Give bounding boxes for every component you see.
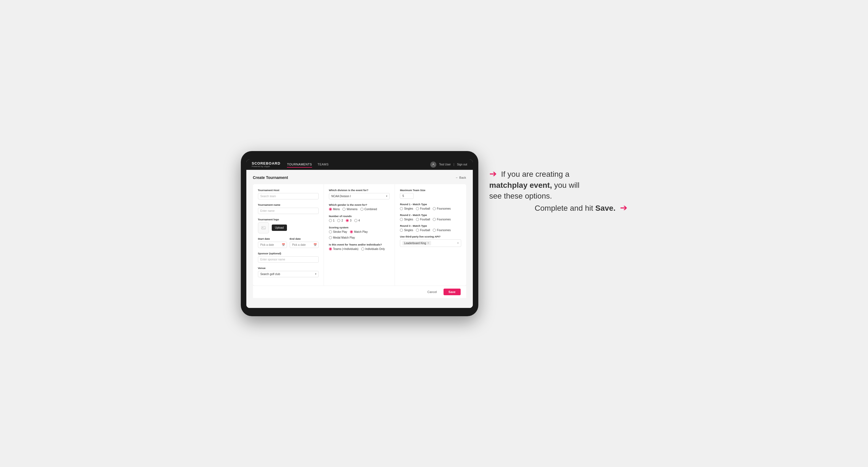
page-header: Create Tournament ← Back (253, 175, 466, 180)
round1-fourball[interactable]: Fourball (416, 207, 430, 210)
start-date-input[interactable] (258, 242, 287, 248)
round3-foursomes[interactable]: Foursomes (433, 229, 451, 232)
venue-label: Venue (258, 267, 319, 270)
end-date-input[interactable] (290, 242, 319, 248)
gender-combined-label: Combined (365, 208, 377, 211)
round1-foursomes[interactable]: Foursomes (433, 207, 451, 210)
annotation-top: ➔ If you are creating a matchplay event,… (489, 168, 583, 201)
rounds-2[interactable]: 2 (337, 219, 343, 222)
individuals-radio[interactable] (361, 247, 364, 250)
venue-select-wrapper: Search golf club (258, 271, 319, 277)
nav-teams[interactable]: TEAMS (318, 161, 329, 168)
round3-match-type-group: Singles Fourball Foursomes (400, 229, 461, 232)
start-date-wrapper: 📅 (258, 242, 287, 248)
rounds-3[interactable]: 3 (346, 219, 351, 222)
rounds-4-radio[interactable] (354, 219, 358, 222)
venue-select[interactable]: Search golf club (258, 271, 319, 277)
scoring-medal-label: Medal Match Play (333, 236, 355, 239)
sponsor-label: Sponsor (optional) (258, 252, 319, 255)
round2-singles-radio[interactable] (400, 218, 403, 221)
rounds-1-radio[interactable] (329, 219, 332, 222)
arrow-bottom-icon: ➔ (620, 203, 627, 213)
round1-fourball-radio[interactable] (416, 207, 419, 210)
venue-section: Venue Search golf club (258, 267, 319, 277)
gender-combined[interactable]: Combined (361, 208, 377, 211)
max-team-size-section: Maximum Team Size (400, 189, 461, 199)
round1-singles[interactable]: Singles (400, 207, 413, 210)
third-party-select[interactable]: Leaderboard King ✕ ▾ (400, 240, 461, 247)
tournament-host-input[interactable] (258, 193, 319, 199)
rounds-1[interactable]: 1 (329, 219, 335, 222)
gender-womens-radio[interactable] (342, 208, 345, 211)
tournament-host-section: Tournament Host (258, 189, 319, 199)
page-title: Create Tournament (253, 175, 288, 180)
tournament-logo-label: Tournament logo (258, 218, 319, 221)
cancel-button[interactable]: Cancel (424, 289, 441, 295)
round2-foursomes[interactable]: Foursomes (433, 218, 451, 221)
max-team-size-input[interactable] (400, 193, 414, 199)
round2-singles[interactable]: Singles (400, 218, 413, 221)
tournament-host-label: Tournament Host (258, 189, 319, 192)
teams-label: Is this event for Teams and/or Individua… (329, 243, 390, 246)
scoring-stroke[interactable]: Stroke Play (329, 230, 347, 234)
lk-select-arrow-icon: ▾ (457, 242, 459, 244)
start-date-field: Start date 📅 (258, 237, 287, 248)
back-button[interactable]: ← Back (456, 176, 466, 179)
scoring-medal[interactable]: Medal Match Play (329, 236, 355, 239)
scoring-medal-radio[interactable] (329, 236, 332, 239)
round1-match-type-section: Round 1 - Match Type Singles Fourball (400, 203, 461, 210)
rounds-2-label: 2 (341, 219, 343, 222)
lk-tag-close-icon[interactable]: ✕ (427, 242, 429, 244)
teams-radio[interactable] (329, 247, 332, 250)
tournament-name-input[interactable] (258, 208, 319, 214)
nav-right: Test User | Sign out (430, 161, 467, 168)
gender-womens[interactable]: Womens (342, 208, 358, 211)
round2-fourball-radio[interactable] (416, 218, 419, 221)
round3-fourball[interactable]: Fourball (416, 229, 430, 232)
round2-fourball[interactable]: Fourball (416, 218, 430, 221)
brand-title: SCOREBOARD (252, 161, 281, 165)
navbar: SCOREBOARD Powered by clippit TOURNAMENT… (246, 159, 473, 170)
round1-foursomes-radio[interactable] (433, 207, 436, 210)
main-content: Create Tournament ← Back Tournament Host… (246, 170, 473, 308)
form-footer: Cancel Save (253, 286, 466, 298)
scoring-match[interactable]: Match Play (350, 230, 368, 234)
scoring-stroke-label: Stroke Play (333, 230, 347, 234)
tournament-name-label: Tournament name (258, 203, 319, 206)
round1-singles-radio[interactable] (400, 207, 403, 210)
save-button[interactable]: Save (443, 289, 461, 295)
rounds-2-radio[interactable] (337, 219, 340, 222)
round3-fourball-radio[interactable] (416, 229, 419, 232)
sign-out-link[interactable]: Sign out (457, 163, 467, 166)
scoring-match-label: Match Play (354, 230, 368, 234)
scoring-match-radio[interactable] (350, 230, 353, 234)
scoring-radio-group: Stroke Play Match Play Medal Match Play (329, 230, 390, 239)
round3-fourball-label: Fourball (420, 229, 430, 232)
rounds-4[interactable]: 4 (354, 219, 360, 222)
rounds-3-radio[interactable] (346, 219, 349, 222)
individuals-option[interactable]: Individuals Only (361, 247, 385, 250)
teams-option[interactable]: Teams (+Individuals) (329, 247, 359, 250)
division-select[interactable]: NCAA Division I (329, 193, 390, 199)
division-section: Which division is the event for? NCAA Di… (329, 189, 390, 199)
rounds-3-label: 3 (350, 219, 351, 222)
form-col-2: Which division is the event for? NCAA Di… (324, 184, 395, 286)
division-select-wrapper: NCAA Division I (329, 193, 390, 199)
annotation-bottom: Complete and hit Save. ➔ (535, 201, 627, 214)
round2-foursomes-radio[interactable] (433, 218, 436, 221)
gender-mens[interactable]: Mens (329, 208, 340, 211)
teams-radio-label: Teams (+Individuals) (333, 247, 359, 250)
gender-mens-radio[interactable] (329, 208, 332, 211)
third-party-section: Use third-party live scoring API? Leader… (400, 235, 461, 247)
round3-singles-radio[interactable] (400, 229, 403, 232)
gender-radio-group: Mens Womens Combined (329, 208, 390, 211)
round3-match-type-label: Round 3 - Match Type (400, 224, 461, 227)
nav-tournaments[interactable]: TOURNAMENTS (287, 161, 312, 168)
round3-foursomes-radio[interactable] (433, 229, 436, 232)
upload-button[interactable]: Upload (272, 224, 287, 231)
round3-singles[interactable]: Singles (400, 229, 413, 232)
annotations: ➔ If you are creating a matchplay event,… (489, 151, 627, 230)
scoring-stroke-radio[interactable] (329, 230, 332, 234)
sponsor-input[interactable] (258, 256, 319, 262)
gender-combined-radio[interactable] (361, 208, 364, 211)
